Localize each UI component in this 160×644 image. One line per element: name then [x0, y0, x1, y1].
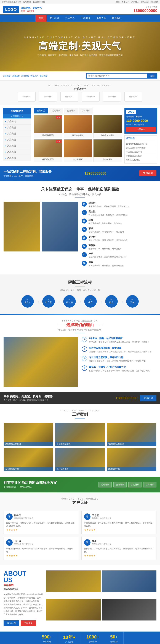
contact-card-phone[interactable]: 139-0000-0000 [126, 119, 156, 123]
feature-item-0: 01 稳固性 采用高强度材料，结构稳固耐用，承重性能优越 [82, 202, 157, 208]
features-list: 01 稳固性 采用高强度材料，结构稳固耐用，承重性能优越 02 安全性 符合国家… [82, 202, 157, 269]
top-bar-link-about[interactable]: 关于我们 [122, 1, 129, 4]
sidebar-item-2[interactable]: 产品类别 [3, 131, 31, 137]
about-title-big2: US [3, 577, 43, 583]
step-label-2: 确认稿 [66, 301, 73, 304]
feature-num-4: 05 [82, 236, 87, 240]
testimonial-stars-0: ★★★★★ [6, 528, 76, 531]
green-link-1[interactable]: 玻璃隔断 [113, 482, 127, 488]
green-link-3[interactable]: 百叶隔断 [143, 482, 157, 488]
why-reason-num-3: ④ [82, 366, 87, 371]
logo-box[interactable]: LOGO [3, 6, 19, 13]
sidebar-item-5[interactable]: 产品类别 [3, 149, 31, 155]
case-item-4[interactable]: 学校隔断工程 [55, 448, 105, 472]
nav-about[interactable]: 关于我们 [46, 15, 62, 22]
nav-products[interactable]: 产品中心 [62, 15, 78, 22]
top-bar-link-home[interactable]: 首页 [116, 1, 120, 4]
process-main-title: 隔断工程流程 [3, 280, 157, 285]
top-bar-link-contact[interactable]: 联系我们 [141, 1, 149, 4]
top-bar-link-products[interactable]: 产品展示 [131, 1, 139, 4]
case-item-2[interactable]: 餐厅隔断工程案例 [107, 422, 157, 446]
search-link-4[interactable]: 移动屏风 [30, 74, 38, 77]
nav-contact[interactable]: 联系我们 [109, 15, 125, 22]
why-reason-title-0: 1年专业，隔断一站式品牌服务商 [89, 337, 150, 340]
product-item-2[interactable]: 办公室玻璃隔断 [93, 115, 122, 138]
right-news-item-1[interactable]: 我们的服务承诺与理念 [126, 146, 156, 150]
tab-movable[interactable]: 活动隔断 [49, 108, 63, 114]
testimonials-zh-title: 客户见证 [3, 500, 157, 505]
sidebar-item-0[interactable]: 产品分类 [3, 118, 31, 125]
testimonial-avatar-2: 客 [6, 539, 13, 546]
contact-card-text: 全天候24小时为您服务 [126, 124, 156, 126]
product-label-2: 办公室玻璃隔断 [94, 133, 122, 138]
sidebar-item-4[interactable]: 产品类别 [3, 143, 31, 149]
product-item-1[interactable]: 酒店移动隔断 [64, 115, 92, 138]
process-step-1: 02 出方案 [41, 295, 56, 309]
nav-cases[interactable]: 工程案例 [78, 15, 93, 22]
partner-logo-5: 合作伙伴5 [103, 92, 121, 102]
about-img-4 [102, 599, 157, 620]
testimonial-item-1: 客 李总监 某某餐饮连锁有限公司 产品质量过硬，价格合理，安装团队技术精湛，整个… [81, 511, 157, 534]
sidebar-subtitle: 产品展示(PC) [3, 114, 31, 118]
case-item-1[interactable]: 会议室隔断工程 [55, 422, 105, 446]
product-item-5[interactable]: 多功能隔断 [93, 139, 122, 162]
features-main-title: 只专注隔断工程这一件事，保持把它做到极致 [3, 187, 157, 192]
product-item-0[interactable]: NEW 活动隔断屏风 [34, 115, 62, 138]
why-reason-desc-3: 从设计到施工，严格把控每一个细节，售后服务完善，让客户放心无忧 [89, 369, 150, 372]
about-btn-2[interactable]: 了解更多 [21, 620, 36, 626]
testimonial-header-3: 客 陈总 某某会展中心有限公司 [84, 539, 154, 546]
search-input[interactable] [86, 73, 147, 78]
top-bar-right[interactable]: 首页 关于我们 产品展示 联系我们 网站地图 [116, 1, 158, 4]
contact-card-btn[interactable]: 立即咨询 [126, 127, 156, 132]
green-link-0[interactable]: 活动隔断 [99, 482, 112, 488]
product-new-badge-3: NEW [56, 140, 61, 143]
case-item-3[interactable]: 办公室隔断工程 [3, 448, 53, 472]
feature-img-2 [42, 202, 78, 252]
contact-card: LOGO 专业隔断工程服务 139-0000-0000 全天候24小时为您服务 … [125, 108, 157, 134]
cta-phone[interactable]: 13900000000 [116, 396, 138, 400]
product-item-3[interactable]: NEW 餐厅活动屏风 [34, 139, 62, 162]
sidebar-item-3[interactable]: 产品类别 [3, 137, 31, 143]
feature-text-0: 稳固性 采用高强度材料，结构稳固耐用，承重性能优越 [89, 202, 130, 208]
testimonial-info-3: 陈总 某某会展中心有限公司 [92, 540, 112, 546]
product-item-4[interactable]: 会议室隔断 [64, 139, 92, 162]
about-btn-1[interactable]: 联系我们 [3, 620, 19, 626]
main-content-area: PRODUCT 产品展示(PC) 产品分类 产品类别 产品类别 产品类别 产品类… [0, 105, 160, 166]
blue-banner-btn[interactable]: 立即咨询 [139, 170, 157, 176]
green-link-2[interactable]: 移动屏风 [128, 482, 142, 488]
search-link-5[interactable]: 酒店隔断 [40, 74, 47, 77]
right-news-item-0[interactable]: 公司简介及发展历程介绍 [126, 142, 156, 146]
partners-logos: 合作伙伴1 合作伙伴2 合作伙伴3 合作伙伴4 合作伙伴5 合作伙伴6 [0, 92, 160, 102]
feature-text-3: 节省 合理利用空间，节省建筑成本，经济实用 [89, 227, 124, 233]
case-item-5[interactable]: 商场隔断工程 [107, 448, 157, 472]
testimonial-header-1: 客 李总监 某某餐饮连锁有限公司 [84, 514, 154, 520]
right-news-item-2[interactable]: 专业团队成员介绍 [126, 150, 156, 154]
header-phone-area: 全国服务热线 13900000000 [133, 6, 157, 13]
partner-logo-3: 合作伙伴3 [60, 92, 78, 102]
case-item-0[interactable]: 酒店隔断工程案例 [3, 422, 53, 446]
right-news-item-3[interactable]: 荣誉资质证书展示 [126, 154, 156, 158]
feature-desc-5: 选用环保材料，低碳绿色，对环境友好 [89, 248, 122, 250]
feature-num-3: 04 [82, 227, 87, 232]
feature-text-1: 安全性 符合国家安全标准，防火防潮，保障使用安全 [89, 210, 128, 216]
tab-glass[interactable]: 玻璃隔断 [64, 108, 78, 114]
phone-number[interactable]: 13900000000 [133, 8, 157, 13]
search-link-2[interactable]: 玻璃隔断 [12, 74, 20, 77]
search-link-1[interactable]: 活动隔断 [3, 74, 10, 77]
tab-all[interactable]: 全部产品 [34, 108, 48, 114]
top-bar-link-sitemap[interactable]: 网站地图 [151, 1, 158, 4]
cta-button[interactable]: 联系我们 [140, 395, 157, 401]
testimonial-avatar-1: 客 [84, 514, 91, 520]
feature-title-1: 安全性 [89, 210, 128, 213]
search-button[interactable]: 搜索 [147, 73, 157, 78]
sidebar-item-1[interactable]: 产品类别 [3, 125, 31, 131]
blue-banner-phone[interactable]: 13900000000 [85, 171, 106, 176]
nav-home[interactable]: 首页 [35, 15, 46, 22]
right-news-item-4[interactable]: 联系方式及地址 [126, 158, 156, 162]
nav-news[interactable]: 新闻资讯 [93, 15, 109, 22]
search-link-3[interactable]: 百叶隔断 [21, 74, 29, 77]
why-main-image [3, 337, 78, 387]
tab-blind[interactable]: 百叶隔断 [79, 108, 93, 114]
why-reason-title-1: 先进设备和精湛技术，质量保障 [89, 346, 152, 350]
sidebar-item-6[interactable]: 产品类别 [3, 155, 31, 161]
